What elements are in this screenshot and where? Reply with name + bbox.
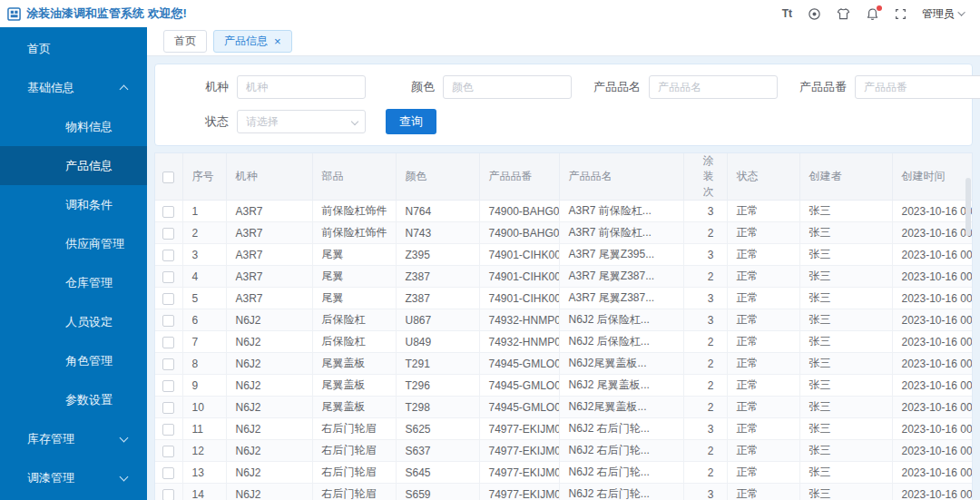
row-checkbox[interactable] [162,228,174,240]
cell: 3 [182,244,226,266]
filter-field-machine-type: 机种 [168,75,374,99]
cell: 正常 [727,331,799,353]
column-header: 机种 [226,153,312,201]
sidebar-item-inventory-mgmt[interactable]: 库存管理 [0,419,147,458]
product-name-input[interactable] [649,75,778,99]
machine-type-input[interactable] [237,75,366,99]
column-header: 状态 [727,153,799,201]
cell: 张三 [799,418,892,440]
cell: 74977-EKIJM0... [479,440,559,462]
cell: 2 [683,397,727,418]
sidebar-item-label: 调和条件 [65,197,113,213]
row-checkbox[interactable] [162,293,174,305]
notification-icon[interactable] [866,7,879,21]
cell: 2 [683,266,727,288]
cell: N6J2 [226,462,312,484]
cell: N6J2 [226,397,312,418]
table-row: 1A3R7前保险杠饰件N76474900-BAHG00...A3R7 前保险杠.… [155,201,972,222]
sidebar-item-role-mgmt[interactable]: 角色管理 [0,341,147,380]
sidebar-item-paint-mgmt[interactable]: 调漆管理 [0,458,147,497]
sidebar-menu: 首页基础信息物料信息产品信息调和条件供应商管理仓库管理人员设定角色管理参数设置库… [0,27,147,500]
sidebar-item-material-info[interactable]: 物料信息 [0,107,147,146]
scrollbar-thumb[interactable] [965,178,971,236]
cell: 2023-10-16 00:... [892,440,972,462]
color-input[interactable] [443,75,572,99]
cell: 张三 [799,309,892,331]
sidebar-item-mix-condition[interactable]: 调和条件 [0,185,147,224]
cell: 正常 [727,201,799,222]
row-checkbox[interactable] [162,489,174,500]
cell: Z395 [396,244,479,266]
user-menu[interactable]: 管理员 [922,6,965,22]
cell: 尾翼 [312,244,396,266]
notification-badge [877,5,882,11]
cell: U849 [396,331,479,353]
cell: 2 [683,331,727,353]
cell: 张三 [799,375,892,397]
filter-row-1: 机种颜色产品品名产品品番 [168,75,959,99]
row-checkbox[interactable] [162,206,174,218]
search-button[interactable]: 查询 [386,109,436,134]
font-size-icon[interactable]: Tt [782,7,792,20]
cell: N6J2 [226,440,312,462]
table-row: 5A3R7尾翼Z38774901-CIHK00...A3R7 尾翼Z387...… [155,288,972,309]
row-checkbox[interactable] [162,337,174,348]
sidebar-item-basic-info[interactable]: 基础信息 [0,68,147,107]
filter-label: 机种 [168,79,237,95]
cell: 2023-10-16 00:... [892,418,972,440]
row-checkbox[interactable] [162,250,174,261]
cell: A3R7 [226,222,312,244]
row-checkbox[interactable] [162,402,174,414]
table-row: 14N6J2右后门轮眉S65974977-EKIJM0...N6J2 右后门轮.… [155,484,972,500]
cell: 尾翼盖板 [312,397,396,418]
row-checkbox[interactable] [162,315,174,327]
row-checkbox[interactable] [162,424,174,436]
close-icon[interactable]: × [274,35,281,47]
cell: 2 [182,222,226,244]
sidebar-item-label: 角色管理 [65,353,113,369]
cell: 张三 [799,440,892,462]
theme-icon[interactable] [837,7,850,21]
sidebar-item-warehouse-mgmt[interactable]: 仓库管理 [0,263,147,302]
cell: S645 [396,462,479,484]
page-title: 涂装油漆调和监管系统 欢迎您! [26,5,187,22]
row-checkbox[interactable] [162,271,174,283]
table-row: 9N6J2尾翼盖板T29674945-GMLO0...N6J2 尾翼盖板...2… [155,375,972,397]
row-checkbox[interactable] [162,380,174,392]
sidebar-item-product-info[interactable]: 产品信息 [0,146,147,185]
cell: 2 [683,375,727,397]
tab-home[interactable]: 首页 [163,30,207,53]
cell: A3R7 [226,266,312,288]
row-checkbox[interactable] [162,467,174,479]
sidebar-item-personnel-setup[interactable]: 人员设定 [0,302,147,341]
table-row: 12N6J2右后门轮眉S63774977-EKIJM0...N6J2 右后门轮.… [155,440,972,462]
cell: T296 [396,375,479,397]
cell: 正常 [727,397,799,418]
cell: U867 [396,309,479,331]
cell: 尾翼 [312,266,396,288]
cell: 74945-GMLO0... [479,353,559,375]
filter-input-wrap [855,75,980,99]
status-select[interactable] [237,110,366,133]
cell: 张三 [799,222,892,244]
row-checkbox-cell [155,375,182,397]
help-icon[interactable] [808,7,821,21]
sidebar-item-param-settings[interactable]: 参数设置 [0,380,147,419]
row-checkbox[interactable] [162,358,174,370]
fullscreen-icon[interactable] [895,8,906,20]
chevron-down-icon [120,473,129,482]
cell: 74901-CIHK00... [479,266,559,288]
product-table: 序号机种部品颜色产品品番产品品名涂装次状态创建者创建时间 1A3R7前保险杠饰件… [155,153,972,500]
cell: A3R7 [226,288,312,309]
row-checkbox[interactable] [162,446,174,457]
cell: 74977-EKIJM0... [479,462,559,484]
sidebar-item-home[interactable]: 首页 [0,29,147,68]
sidebar-item-label: 供应商管理 [65,236,124,252]
cell: 张三 [799,484,892,500]
product-number-input[interactable] [855,75,980,99]
tab-label: 产品信息 [224,34,268,49]
sidebar-item-supplier-mgmt[interactable]: 供应商管理 [0,224,147,263]
tab-product-info[interactable]: 产品信息× [213,30,292,53]
cell: 尾翼 [312,288,396,309]
select-all-checkbox[interactable] [162,172,174,183]
